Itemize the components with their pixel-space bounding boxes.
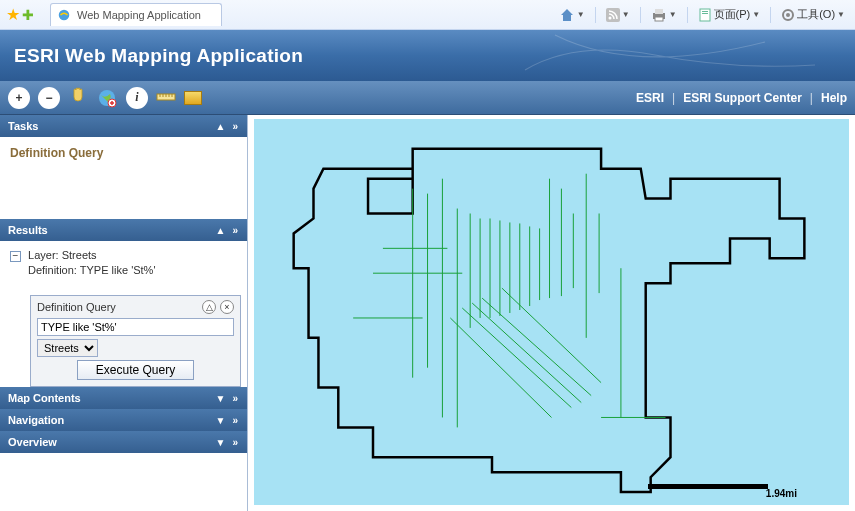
layer-label: Layer: [28, 249, 59, 261]
zoom-in-button[interactable]: + [8, 87, 30, 109]
definition-query-popup: Definition Query △ × Streets Execute Que… [30, 295, 241, 387]
result-layer-row: − Layer: Streets [10, 249, 237, 262]
browser-toolbar: ★ ✚ Web Mapping Application ▼ ▼ ▼ 页面(P)▼… [0, 0, 855, 30]
page-menu[interactable]: 页面(P)▼ [694, 5, 765, 24]
plus-icon: + [15, 91, 22, 105]
navigation-header[interactable]: Navigation ▼» [0, 409, 247, 431]
navigation-title: Navigation [8, 414, 64, 426]
popup-minimize-icon[interactable]: △ [202, 300, 216, 314]
map-contents-title: Map Contents [8, 392, 81, 404]
overview-header[interactable]: Overview ▼» [0, 431, 247, 453]
support-link[interactable]: ESRI Support Center [683, 91, 802, 105]
separator [640, 7, 641, 23]
collapse-icon[interactable]: ▲ [216, 121, 227, 132]
app-header: ESRI Web Mapping Application [0, 30, 855, 81]
favorites-star-icon[interactable]: ★ [6, 5, 20, 24]
svg-point-10 [786, 13, 790, 17]
results-body: − Layer: Streets Definition: TYPE like '… [0, 241, 247, 387]
scale-text: 1.94mi [766, 488, 797, 499]
definition-query-task[interactable]: Definition Query [10, 146, 103, 160]
browser-tab[interactable]: Web Mapping Application [50, 3, 222, 26]
magnify-button[interactable] [184, 91, 202, 105]
map-svg [254, 119, 849, 505]
hide-icon[interactable]: » [232, 121, 239, 132]
hide-icon[interactable]: » [232, 393, 239, 404]
svg-point-2 [608, 16, 611, 19]
tools-menu[interactable]: 工具(O)▼ [777, 5, 849, 24]
measure-button[interactable] [156, 88, 176, 108]
map-area: 1.94mi [248, 115, 855, 511]
sidebar: Tasks ▲» Definition Query Results ▲» − L… [0, 115, 248, 511]
svg-rect-8 [702, 13, 708, 14]
collapse-icon[interactable]: ▲ [216, 225, 227, 236]
popup-title: Definition Query [37, 301, 116, 313]
full-extent-button[interactable] [96, 87, 118, 109]
hide-icon[interactable]: » [232, 437, 239, 448]
map-contents-header[interactable]: Map Contents ▼» [0, 387, 247, 409]
svg-rect-5 [655, 17, 663, 21]
sidebar-spacer [0, 453, 247, 511]
feeds-button[interactable]: ▼ [602, 6, 634, 24]
results-title: Results [8, 224, 48, 236]
link-divider: | [810, 91, 813, 105]
info-icon: i [135, 90, 138, 105]
query-expression-input[interactable] [37, 318, 234, 336]
result-def-row: Definition: TYPE like 'St%' [28, 264, 237, 276]
svg-point-0 [59, 10, 70, 21]
expand-icon[interactable]: ▼ [216, 437, 227, 448]
home-button[interactable]: ▼ [555, 5, 589, 25]
expand-icon[interactable]: ▼ [216, 415, 227, 426]
add-favorite-icon[interactable]: ✚ [22, 7, 34, 23]
app-toolbar: + − i ESRI | ESRI Support Center | Help [0, 81, 855, 115]
browser-left: ★ ✚ Web Mapping Application [6, 3, 222, 26]
layer-value: Streets [62, 249, 97, 261]
zoom-out-button[interactable]: − [38, 87, 60, 109]
identify-button[interactable]: i [126, 87, 148, 109]
scale-bar: 1.94mi [648, 484, 797, 489]
tree-toggle[interactable]: − [10, 251, 21, 262]
separator [687, 7, 688, 23]
results-header[interactable]: Results ▲» [0, 219, 247, 241]
tab-title: Web Mapping Application [77, 9, 201, 21]
separator [770, 7, 771, 23]
tools-menu-label: 工具(O) [797, 7, 835, 22]
popup-close-icon[interactable]: × [220, 300, 234, 314]
query-layer-select[interactable]: Streets [37, 339, 98, 357]
header-decoration [515, 30, 855, 81]
header-links: ESRI | ESRI Support Center | Help [636, 91, 847, 105]
help-link[interactable]: Help [821, 91, 847, 105]
overview-title: Overview [8, 436, 57, 448]
tasks-body: Definition Query [0, 137, 247, 219]
svg-rect-7 [702, 11, 708, 12]
svg-rect-4 [655, 9, 663, 14]
tasks-title: Tasks [8, 120, 38, 132]
page-menu-label: 页面(P) [714, 7, 751, 22]
svg-rect-6 [700, 9, 710, 21]
ie-icon [57, 8, 71, 22]
minus-icon: − [45, 91, 52, 105]
app-title: ESRI Web Mapping Application [14, 45, 303, 67]
expand-icon[interactable]: ▼ [216, 393, 227, 404]
print-button[interactable]: ▼ [647, 6, 681, 24]
scale-line [648, 484, 768, 489]
main-area: Tasks ▲» Definition Query Results ▲» − L… [0, 115, 855, 511]
hide-icon[interactable]: » [232, 225, 239, 236]
esri-link[interactable]: ESRI [636, 91, 664, 105]
def-label: Definition: [28, 264, 77, 276]
hide-icon[interactable]: » [232, 415, 239, 426]
separator [595, 7, 596, 23]
pan-tool[interactable] [68, 85, 88, 110]
browser-right: ▼ ▼ ▼ 页面(P)▼ 工具(O)▼ [555, 5, 849, 25]
link-divider: | [672, 91, 675, 105]
tasks-header[interactable]: Tasks ▲» [0, 115, 247, 137]
def-value: TYPE like 'St%' [80, 264, 156, 276]
execute-query-button[interactable]: Execute Query [77, 360, 194, 380]
map-canvas[interactable]: 1.94mi [254, 119, 849, 505]
